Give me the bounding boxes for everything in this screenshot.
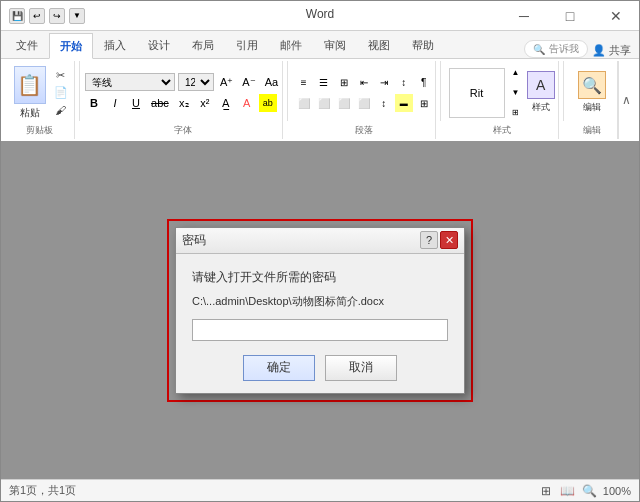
font-group: 等线 宋体 微软雅黑 12 11 14 A⁺ A⁻ Aa xyxy=(84,61,283,139)
align-left-button[interactable]: ⬜ xyxy=(295,94,313,112)
font-row1: 等线 宋体 微软雅黑 12 11 14 A⁺ A⁻ Aa xyxy=(85,73,281,91)
copy-button[interactable]: 📄 xyxy=(52,85,70,101)
tab-design[interactable]: 设计 xyxy=(137,32,181,58)
close-button[interactable]: ✕ xyxy=(593,1,639,31)
text-effect-button[interactable]: A̲ xyxy=(217,94,235,112)
dialog-title: 密码 xyxy=(182,232,206,249)
font-family-select[interactable]: 等线 宋体 微软雅黑 xyxy=(85,73,175,91)
underline-button[interactable]: U xyxy=(127,94,145,112)
share-label: 共享 xyxy=(609,43,631,58)
paragraph-group: ≡ ☰ ⊞ ⇤ ⇥ ↕ ¶ ⬜ ⬜ ⬜ ⬜ xyxy=(292,61,436,139)
font-size-select[interactable]: 12 11 14 xyxy=(178,73,214,91)
dialog-title-buttons: ? ✕ xyxy=(420,231,458,249)
border-button[interactable]: ⊞ xyxy=(415,94,433,112)
shading-button[interactable]: ▬ xyxy=(395,94,413,112)
tab-layout[interactable]: 布局 xyxy=(181,32,225,58)
read-mode-icon[interactable]: 📖 xyxy=(559,482,577,500)
page-info: 第1页，共1页 xyxy=(9,483,76,498)
tab-review[interactable]: 审阅 xyxy=(313,32,357,58)
bold-button[interactable]: B xyxy=(85,94,103,112)
multilevel-button[interactable]: ⊞ xyxy=(335,73,353,91)
para-content: ≡ ☰ ⊞ ⇤ ⇥ ↕ ¶ ⬜ ⬜ ⬜ ⬜ xyxy=(295,63,433,122)
styles-label: 样式 xyxy=(493,122,511,137)
tab-insert[interactable]: 插入 xyxy=(93,32,137,58)
person-icon: 👤 xyxy=(592,44,606,57)
align-right-button[interactable]: ⬜ xyxy=(335,94,353,112)
superscript-button[interactable]: x² xyxy=(196,94,214,112)
password-input[interactable] xyxy=(192,319,448,341)
edit-button[interactable]: 🔍 编辑 xyxy=(578,71,606,114)
minimize-button[interactable]: ─ xyxy=(501,1,547,31)
dialog-help-button[interactable]: ? xyxy=(420,231,438,249)
tab-references[interactable]: 引用 xyxy=(225,32,269,58)
tab-mailings[interactable]: 邮件 xyxy=(269,32,313,58)
styles-up-button[interactable]: ▲ xyxy=(507,64,525,82)
cancel-button[interactable]: 取消 xyxy=(325,355,397,381)
font-shrink-button[interactable]: A⁻ xyxy=(239,73,258,91)
dialog-overlay: 密码 ? ✕ 请键入打开文件所需的密码 C:\...admin\Desktop\… xyxy=(1,141,639,479)
decrease-indent-button[interactable]: ⇤ xyxy=(355,73,373,91)
align-center-button[interactable]: ⬜ xyxy=(315,94,333,112)
tab-view[interactable]: 视图 xyxy=(357,32,401,58)
zoom-icon[interactable]: 🔍 xyxy=(581,482,599,500)
clipboard-tools: ✂ 📄 🖌 xyxy=(52,68,70,118)
password-dialog: 密码 ? ✕ 请键入打开文件所需的密码 C:\...admin\Desktop\… xyxy=(175,227,465,394)
search-icon: 🔍 xyxy=(533,44,545,55)
qat-dropdown-icon[interactable]: ▼ xyxy=(69,8,85,24)
ribbon-collapse-button[interactable]: ∧ xyxy=(618,61,635,139)
maximize-button[interactable]: □ xyxy=(547,1,593,31)
increase-indent-button[interactable]: ⇥ xyxy=(375,73,393,91)
edit-label: 编辑 xyxy=(583,101,601,114)
bullets-button[interactable]: ≡ xyxy=(295,73,313,91)
confirm-button[interactable]: 确定 xyxy=(243,355,315,381)
strikethrough-button[interactable]: abc xyxy=(148,94,172,112)
numbering-button[interactable]: ☰ xyxy=(315,73,333,91)
font-label: 字体 xyxy=(174,122,192,137)
ribbon: 文件 开始 插入 设计 布局 引用 邮件 审阅 视图 帮助 🔍 告诉我 👤 共享 xyxy=(1,31,639,141)
layout-view-icon[interactable]: ⊞ xyxy=(537,482,555,500)
style-normal-box[interactable]: Rit xyxy=(449,68,505,118)
show-marks-button[interactable]: ¶ xyxy=(415,73,433,91)
dialog-message: 请键入打开文件所需的密码 xyxy=(192,268,448,286)
clear-format-button[interactable]: Aa xyxy=(262,73,281,91)
styles-icon: A xyxy=(527,71,555,99)
zoom-percent: 100% xyxy=(603,485,631,497)
clipboard-label: 剪贴板 xyxy=(26,122,53,137)
dialog-close-button[interactable]: ✕ xyxy=(440,231,458,249)
sort-button[interactable]: ↕ xyxy=(395,73,413,91)
styles-area: Rit ▲ ▼ ⊞ A 样式 xyxy=(449,64,555,122)
cut-button[interactable]: ✂ xyxy=(52,68,70,84)
paste-button[interactable]: 📋 粘贴 xyxy=(10,64,50,122)
tab-home[interactable]: 开始 xyxy=(49,33,93,59)
italic-button[interactable]: I xyxy=(106,94,124,112)
title-bar: 💾 ↩ ↪ ▼ Word ─ □ ✕ xyxy=(1,1,639,31)
clipboard-group: 📋 粘贴 ✂ 📄 🖌 剪贴板 xyxy=(5,61,75,139)
styles-down-button[interactable]: ▼ xyxy=(507,84,525,102)
editing-group: 🔍 编辑 编辑 xyxy=(568,61,618,139)
font-color-button[interactable]: A xyxy=(238,94,256,112)
font-content: 等线 宋体 微软雅黑 12 11 14 A⁺ A⁻ Aa xyxy=(85,63,281,122)
title-bar-right: ─ □ ✕ xyxy=(501,1,639,31)
tell-me-box[interactable]: 🔍 告诉我 xyxy=(524,40,588,58)
highlight-button[interactable]: ab xyxy=(259,94,277,112)
dialog-filepath: C:\...admin\Desktop\动物图标简介.docx xyxy=(192,294,448,309)
styles-button[interactable]: A 样式 xyxy=(527,71,555,114)
tab-file[interactable]: 文件 xyxy=(5,32,49,58)
format-painter-button[interactable]: 🖌 xyxy=(52,102,70,118)
tab-help[interactable]: 帮助 xyxy=(401,32,445,58)
share-button[interactable]: 👤 共享 xyxy=(588,43,635,58)
redo-icon[interactable]: ↪ xyxy=(49,8,65,24)
line-spacing-button[interactable]: ↕ xyxy=(375,94,393,112)
font-grow-button[interactable]: A⁺ xyxy=(217,73,236,91)
subscript-button[interactable]: x₂ xyxy=(175,94,193,112)
undo-icon[interactable]: ↩ xyxy=(29,8,45,24)
para-row1: ≡ ☰ ⊞ ⇤ ⇥ ↕ ¶ xyxy=(295,73,433,91)
paste-label: 粘贴 xyxy=(20,106,40,120)
sep4 xyxy=(563,61,564,121)
save-icon[interactable]: 💾 xyxy=(9,8,25,24)
styles-expand-button[interactable]: ⊞ xyxy=(507,104,525,122)
font-row2: B I U abc x₂ x² A̲ A ab xyxy=(85,94,281,112)
status-bar: 第1页，共1页 ⊞ 📖 🔍 100% xyxy=(1,479,639,501)
justify-button[interactable]: ⬜ xyxy=(355,94,373,112)
clipboard-content: 📋 粘贴 ✂ 📄 🖌 xyxy=(10,63,70,122)
